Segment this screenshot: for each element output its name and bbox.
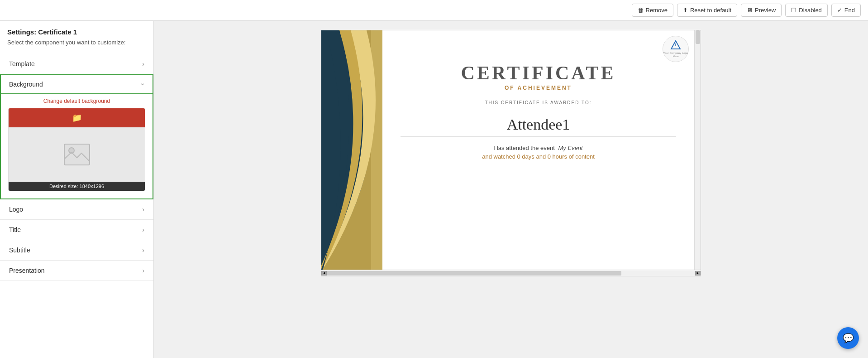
cert-left-panel — [321, 30, 382, 270]
scroll-track-h — [327, 270, 695, 276]
chevron-right-icon-subtitle: › — [142, 247, 144, 254]
sidebar-scroll[interactable]: Template › Background › Change default b… — [0, 50, 153, 358]
logo-text: Your Company Logo Here — [663, 52, 688, 58]
chevron-right-icon-logo: › — [142, 206, 144, 213]
preview-label: Preview — [755, 7, 776, 14]
cert-main-title: CERTIFICATE — [461, 62, 615, 84]
change-bg-label: Change default background — [8, 98, 145, 104]
cert-scroll-thumb-v — [696, 30, 700, 44]
cert-has-attended: Has attended the event My Event — [494, 145, 582, 151]
end-label: End — [844, 7, 855, 14]
checkbox-icon: ☐ — [791, 7, 796, 14]
cert-awarded-to: THIS CERTIFICATE IS AWARDED TO: — [485, 100, 591, 105]
reset-label: Reset to default — [690, 7, 731, 14]
sidebar-item-background[interactable]: Background › — [0, 74, 153, 94]
background-expanded: Change default background 📁 Desired size… — [0, 94, 153, 199]
presentation-label: Presentation — [9, 267, 45, 274]
cert-attendee-wrapper: Attendee1 — [401, 116, 676, 136]
certificate-scroll-wrapper: Your Company Logo Here CERTIFICATE OF AC… — [321, 30, 701, 276]
remove-button[interactable]: 🗑 Remove — [632, 4, 673, 17]
cert-sub-title: OF ACHIEVEMENT — [461, 85, 615, 91]
cert-main-title-wrapper: CERTIFICATE OF ACHIEVEMENT — [461, 62, 615, 91]
background-label: Background — [9, 81, 43, 88]
title-label: Title — [9, 226, 21, 233]
disabled-label: Disabled — [799, 7, 822, 14]
chat-icon: 💬 — [843, 333, 854, 343]
trash-icon: 🗑 — [638, 7, 644, 14]
bg-preview — [9, 127, 145, 182]
preview-button[interactable]: 🖥 Preview — [741, 4, 782, 17]
chevron-right-icon: › — [142, 60, 144, 68]
cert-scrollbar-vertical[interactable] — [694, 30, 701, 270]
cert-content: Your Company Logo Here CERTIFICATE OF AC… — [382, 30, 694, 263]
reset-icon: ⬆ — [683, 7, 688, 14]
sidebar-item-presentation[interactable]: Presentation › — [0, 261, 153, 281]
sidebar-header: Settings: Certificate 1 Select the compo… — [0, 21, 153, 50]
cert-attendee-name: Attendee1 — [507, 116, 570, 133]
canvas-area[interactable]: Your Company Logo Here CERTIFICATE OF AC… — [154, 21, 868, 358]
main-content: Settings: Certificate 1 Select the compo… — [0, 21, 868, 358]
sidebar-subtitle: Select the component you want to customi… — [7, 39, 146, 47]
remove-label: Remove — [646, 7, 668, 14]
image-placeholder-icon — [63, 143, 91, 166]
chevron-right-icon-title: › — [142, 226, 144, 233]
subtitle-label: Subtitle — [9, 247, 30, 254]
logo-label: Logo — [9, 206, 23, 213]
sidebar-item-template[interactable]: Template › — [0, 54, 153, 74]
cert-decorative-svg — [321, 30, 382, 270]
svg-rect-0 — [64, 144, 90, 165]
scroll-right-btn[interactable]: ► — [695, 271, 701, 276]
preview-icon: 🖥 — [747, 7, 753, 14]
event-name: My Event — [558, 145, 582, 151]
chat-button[interactable]: 💬 — [837, 327, 859, 349]
chevron-right-icon-presentation: › — [142, 267, 144, 274]
sidebar-item-logo[interactable]: Logo › — [0, 199, 153, 220]
scroll-left-btn[interactable]: ◄ — [321, 271, 327, 276]
cert-watched-text: and watched 0 days and 0 hours of conten… — [482, 153, 595, 160]
cert-logo: Your Company Logo Here — [663, 36, 689, 62]
toolbar: 🗑 Remove ⬆ Reset to default 🖥 Preview ☐ … — [0, 0, 868, 21]
sidebar: Settings: Certificate 1 Select the compo… — [0, 21, 154, 358]
sidebar-title: Settings: Certificate 1 — [7, 28, 146, 36]
reset-button[interactable]: ⬆ Reset to default — [677, 4, 737, 17]
bg-size-label: Desired size: 1840x1296 — [9, 182, 145, 191]
check-icon: ✓ — [837, 7, 842, 14]
disabled-button[interactable]: ☐ Disabled — [785, 4, 828, 17]
template-label: Template — [9, 60, 35, 68]
sidebar-item-title[interactable]: Title › — [0, 220, 153, 240]
scroll-left-icon: ◄ — [322, 271, 326, 275]
cert-scrollbar-horizontal[interactable]: ◄ ► — [321, 270, 701, 276]
logo-icon — [670, 40, 681, 51]
has-attended-text: Has attended the event — [494, 145, 554, 151]
bg-upload-button[interactable]: 📁 — [9, 108, 145, 127]
scroll-right-icon: ► — [696, 271, 700, 275]
certificate-preview: Your Company Logo Here CERTIFICATE OF AC… — [321, 30, 701, 270]
end-button[interactable]: ✓ End — [831, 4, 861, 17]
folder-icon: 📁 — [72, 113, 82, 122]
scroll-thumb-h — [327, 271, 621, 276]
bg-upload-area: 📁 Desired size: 1840x1296 — [8, 108, 145, 191]
sidebar-item-subtitle[interactable]: Subtitle › — [0, 240, 153, 261]
chevron-down-icon: › — [140, 83, 147, 86]
